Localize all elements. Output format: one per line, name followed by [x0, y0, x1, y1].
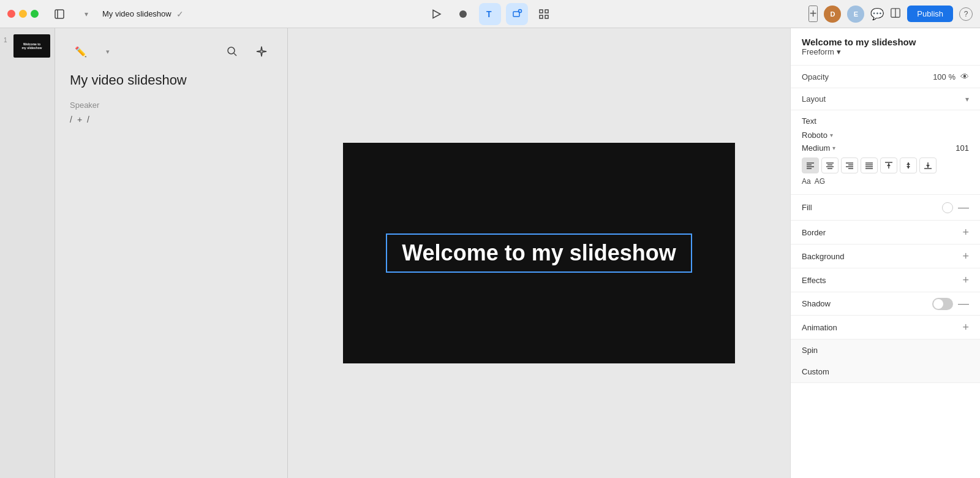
maximize-window-btn[interactable]	[31, 10, 39, 18]
slide-content-panel: ✏️ ▾ My video slideshow Speaker	[55, 28, 288, 478]
background-section: Background +	[791, 245, 980, 268]
document-title: My video slideshow	[102, 9, 172, 18]
main-area: 1 Welcome tomy slideshow ✏️ ▾	[0, 28, 980, 478]
fill-remove-btn[interactable]: —	[958, 201, 969, 214]
sidebar-toggle-btn[interactable]	[48, 3, 70, 25]
text-align-row	[802, 157, 969, 173]
layout-section[interactable]: Layout ▾	[791, 88, 980, 110]
pencil-dropdown-btn[interactable]: ▾	[97, 40, 119, 63]
svg-point-2	[459, 10, 467, 18]
animation-spin-option[interactable]: Spin	[791, 340, 980, 361]
slide-canvas[interactable]: Welcome to my slideshow	[343, 143, 735, 363]
svg-line-13	[234, 53, 236, 56]
add-icon[interactable]: +	[77, 115, 82, 124]
svg-rect-4	[513, 12, 519, 17]
font-chevron: ▾	[830, 132, 833, 138]
svg-rect-9	[545, 15, 548, 18]
layout-toggle-btn[interactable]	[890, 7, 901, 21]
text-tool-btn[interactable]: T	[479, 3, 501, 25]
user-avatar-d[interactable]: D	[824, 6, 841, 23]
freeform-selector[interactable]: Freeform ▾	[802, 47, 969, 56]
case-mixed-btn[interactable]: Aa	[802, 177, 811, 186]
shadow-toggle[interactable]	[932, 298, 953, 310]
valign-bottom-btn[interactable]	[919, 157, 937, 173]
topbar: ▾ My video slideshow ✓ T	[0, 0, 980, 28]
animation-section: Animation +	[791, 316, 980, 340]
publish-btn[interactable]: Publish	[907, 6, 953, 22]
svg-point-12	[228, 47, 235, 54]
font-size-value[interactable]: 101	[956, 143, 969, 153]
font-row[interactable]: Roboto ▾	[802, 131, 969, 140]
close-window-btn[interactable]	[7, 10, 15, 18]
dropdown-btn[interactable]: ▾	[75, 3, 97, 25]
eye-icon[interactable]: 👁	[960, 72, 969, 82]
comments-btn[interactable]: 💬	[870, 7, 884, 21]
opacity-value[interactable]: 100 %	[933, 72, 956, 82]
valign-middle-btn[interactable]	[900, 157, 917, 173]
add-collaborator-btn[interactable]: +	[809, 6, 818, 22]
opacity-section: Opacity 100 % 👁	[791, 66, 980, 88]
font-weight-selector[interactable]: Medium ▾	[802, 143, 835, 153]
traffic-lights	[7, 10, 39, 18]
layout-label: Layout	[802, 94, 826, 104]
svg-point-5	[519, 9, 522, 12]
effects-add-btn[interactable]: +	[962, 275, 969, 286]
svg-rect-6	[540, 10, 543, 13]
text-section: Text Roboto ▾ Medium ▾ 101	[791, 110, 980, 195]
align-justify-btn[interactable]	[861, 157, 878, 173]
opacity-label: Opacity	[802, 72, 829, 82]
svg-text:T: T	[486, 9, 492, 19]
user-avatar-e[interactable]: E	[847, 6, 864, 23]
element-title: Welcome to my slideshow	[802, 37, 969, 47]
animation-add-btn[interactable]: +	[962, 322, 969, 333]
freeform-label: Freeform	[802, 47, 834, 56]
shadow-remove-btn[interactable]: —	[958, 297, 969, 310]
slides-panel: 1 Welcome tomy slideshow	[0, 28, 55, 478]
align-center-btn[interactable]	[821, 157, 839, 173]
play-btn[interactable]	[425, 3, 447, 25]
sparkle-btn[interactable]	[251, 40, 273, 63]
minimize-window-btn[interactable]	[19, 10, 27, 18]
center-toolbar: T	[425, 3, 555, 25]
pencil-btn[interactable]: ✏️	[70, 40, 92, 63]
grid-btn[interactable]	[533, 3, 555, 25]
svg-rect-8	[540, 15, 543, 18]
slide-thumbnail[interactable]: Welcome tomy slideshow	[13, 34, 50, 58]
weight-chevron: ▾	[832, 145, 835, 151]
fill-color-picker[interactable]	[942, 202, 953, 213]
background-add-btn[interactable]: +	[962, 251, 969, 262]
svg-marker-34	[907, 162, 910, 165]
slash-icon[interactable]: /	[87, 115, 89, 124]
shapes-tool-btn[interactable]	[506, 3, 528, 25]
align-left-btn[interactable]	[802, 157, 819, 173]
fill-section: Fill —	[791, 195, 980, 221]
animation-custom-option[interactable]: Custom	[791, 361, 980, 382]
record-btn[interactable]	[452, 3, 474, 25]
border-label: Border	[802, 228, 826, 237]
element-title-section: Welcome to my slideshow Freeform ▾	[791, 28, 980, 66]
fill-label: Fill	[802, 203, 812, 212]
layout-expand-icon[interactable]: ▾	[965, 95, 969, 104]
effects-section: Effects +	[791, 268, 980, 292]
valign-top-btn[interactable]	[880, 157, 897, 173]
slide-action-icons: / + /	[70, 115, 273, 124]
slide-thumb-text: Welcome tomy slideshow	[22, 42, 42, 50]
help-btn[interactable]: ?	[959, 7, 973, 21]
speaker-label: Speaker	[70, 101, 273, 110]
slide-number: 1	[4, 34, 11, 44]
svg-marker-35	[907, 166, 910, 169]
right-panel: Welcome to my slideshow Freeform ▾ Opaci…	[790, 28, 980, 478]
border-add-btn[interactable]: +	[962, 227, 969, 238]
text-section-label: Text	[802, 116, 969, 126]
svg-marker-38	[926, 165, 930, 167]
animation-dropdown: Spin Custom	[791, 340, 980, 383]
svg-marker-32	[887, 164, 891, 166]
animation-label: Animation	[802, 323, 837, 332]
text-element[interactable]: Welcome to my slideshow	[386, 233, 692, 272]
italic-icon[interactable]: /	[70, 115, 72, 124]
slide-item-1[interactable]: 1 Welcome tomy slideshow	[4, 34, 51, 58]
search-btn[interactable]	[221, 40, 243, 63]
text-case-row: Aa AG	[802, 177, 969, 186]
case-upper-btn[interactable]: AG	[815, 177, 825, 186]
align-right-btn[interactable]	[841, 157, 858, 173]
